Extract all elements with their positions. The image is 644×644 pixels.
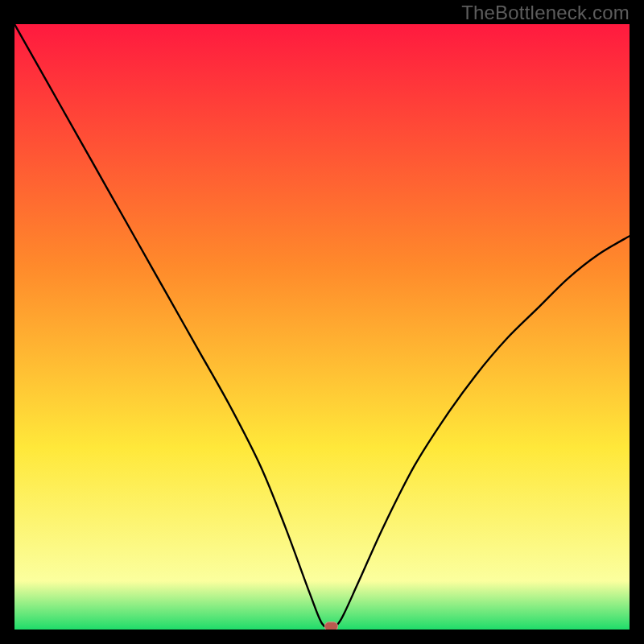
bottleneck-chart	[14, 24, 630, 630]
optimum-marker	[324, 622, 337, 630]
plot-area	[14, 24, 630, 630]
gradient-background	[14, 24, 630, 630]
watermark-text: TheBottleneck.com	[461, 2, 630, 24]
chart-frame: TheBottleneck.com	[0, 0, 644, 644]
